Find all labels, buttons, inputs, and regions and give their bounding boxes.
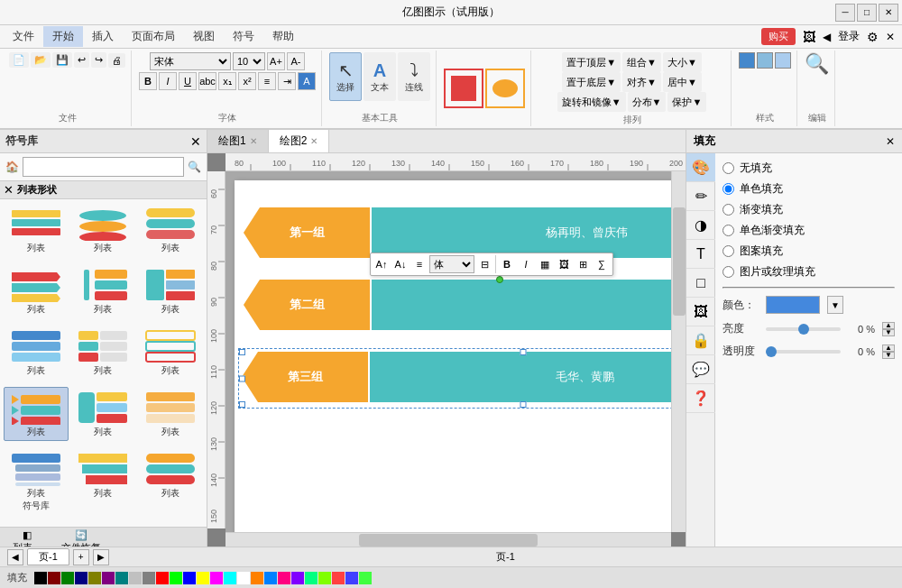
style-swatch-2[interactable] xyxy=(757,52,773,69)
menu-symbol[interactable]: 符号 xyxy=(224,26,263,47)
italic-button[interactable]: I xyxy=(159,72,177,90)
text-img-btn[interactable]: 🖼 xyxy=(555,255,573,273)
palette-color-0000ff[interactable] xyxy=(183,572,196,584)
menu-page-layout[interactable]: 页面布局 xyxy=(123,26,184,47)
text-more-btn[interactable]: ⊟ xyxy=(475,255,493,273)
undo-button[interactable]: ↩ xyxy=(74,52,89,68)
login-button[interactable]: 登录 xyxy=(838,29,860,44)
list-item-13[interactable]: 列表 符号库 xyxy=(4,448,69,515)
palette-color-ff4040[interactable] xyxy=(332,572,345,584)
palette-color-ff0080[interactable] xyxy=(278,572,290,584)
shape-ellipse[interactable] xyxy=(485,69,525,108)
text-icon[interactable]: T xyxy=(686,240,715,269)
back-icon[interactable]: ◀ xyxy=(823,31,831,43)
scrollbar-h-thumb[interactable] xyxy=(359,534,538,547)
image-icon[interactable]: 🖼 xyxy=(686,298,715,326)
fill-radio-solid[interactable] xyxy=(723,183,734,195)
indent-button[interactable]: ⇥ xyxy=(278,72,296,90)
superscript-button[interactable]: x² xyxy=(238,72,256,90)
fill-radio-pattern[interactable] xyxy=(723,245,734,257)
palette-color-80ff00[interactable] xyxy=(318,572,331,584)
text-italic-btn[interactable]: I xyxy=(517,255,535,273)
font-size-decrease[interactable]: A- xyxy=(287,52,305,70)
palette-color-c0c0c0[interactable] xyxy=(129,572,142,584)
canvas-scroll[interactable]: 第一组 杨再明、曾庆伟 第二组 xyxy=(226,171,671,532)
list-item-8[interactable]: 列表 xyxy=(70,326,135,380)
page-tab-1[interactable]: 页-1 xyxy=(27,548,69,565)
tab-drawing1-close[interactable]: ✕ xyxy=(250,136,257,146)
palette-color-00ffff[interactable] xyxy=(224,572,236,584)
palette-color-00ff80[interactable] xyxy=(305,572,318,584)
list-item-5[interactable]: 列表 xyxy=(70,264,135,318)
size-button[interactable]: 大小▼ xyxy=(663,52,702,72)
list-item-2[interactable]: 列表 xyxy=(70,203,135,257)
fill-brightness-thumb[interactable] xyxy=(798,324,809,335)
shape-group-3[interactable]: 第三组 毛华、黄鹏 xyxy=(242,352,671,405)
handle-bl[interactable] xyxy=(239,401,245,408)
text-align-btn[interactable]: ≡ xyxy=(410,255,428,273)
close-icon[interactable]: ✕ xyxy=(886,31,895,43)
fill-brightness-slider[interactable] xyxy=(766,327,841,331)
menu-insert[interactable]: 插入 xyxy=(83,26,123,47)
fill-button[interactable]: A xyxy=(298,72,316,90)
shape-icon[interactable]: □ xyxy=(686,269,715,298)
palette-color-ffff00[interactable] xyxy=(197,572,209,584)
palette-color-008000[interactable] xyxy=(61,572,74,584)
fill-panel-close[interactable]: ✕ xyxy=(886,135,895,148)
distribute-button[interactable]: 分布▼ xyxy=(628,92,667,112)
palette-color-40ff40[interactable] xyxy=(359,572,372,584)
text-formula-btn[interactable]: ∑ xyxy=(593,255,611,273)
fill-transparency-slider[interactable] xyxy=(766,350,841,354)
text-font-select[interactable]: 体 xyxy=(429,255,474,273)
maximize-button[interactable]: □ xyxy=(857,4,877,22)
handle-tc[interactable] xyxy=(520,349,527,355)
palette-color-ffffff[interactable] xyxy=(237,572,250,584)
list-item-11[interactable]: 列表 xyxy=(70,387,135,441)
help-icon[interactable]: ❓ xyxy=(686,384,715,413)
list-item-9[interactable]: 列表 xyxy=(138,326,203,380)
fill-option-solid-gradient[interactable]: 单色渐变填充 xyxy=(723,223,895,238)
palette-color-ff8000[interactable] xyxy=(251,572,263,584)
print-button[interactable]: 🖨 xyxy=(108,53,125,68)
fill-option-pattern[interactable]: 图案填充 xyxy=(723,243,895,259)
shape-rect[interactable] xyxy=(444,69,483,108)
menu-view[interactable]: 视图 xyxy=(184,26,224,47)
fill-transparency-down[interactable]: ▼ xyxy=(882,352,895,359)
palette-color-808080[interactable] xyxy=(143,572,155,584)
font-size-increase[interactable]: A+ xyxy=(267,52,285,70)
text-decrease-btn[interactable]: A↓ xyxy=(391,255,410,273)
bring-to-front-button[interactable]: 置于顶层▼ xyxy=(562,52,621,72)
share-icon[interactable]: 🖼 xyxy=(803,30,815,44)
protect-panel-icon[interactable]: 🔒 xyxy=(686,326,715,355)
fill-icon[interactable]: 🎨 xyxy=(686,153,715,182)
menu-start[interactable]: 开始 xyxy=(43,26,83,47)
scrollbar-horizontal[interactable] xyxy=(226,532,671,547)
palette-color-000000[interactable] xyxy=(34,572,47,584)
send-to-back-button[interactable]: 置于底层▼ xyxy=(562,72,621,92)
palette-color-00ff00[interactable] xyxy=(170,572,182,584)
scrollbar-vertical[interactable] xyxy=(671,171,686,532)
center-button[interactable]: 居中▼ xyxy=(663,72,702,92)
fill-radio-none[interactable] xyxy=(723,162,734,174)
bold-button[interactable]: B xyxy=(139,72,157,90)
handle-tl[interactable] xyxy=(239,349,245,355)
strikethrough-button[interactable]: abc xyxy=(198,72,216,90)
close-button[interactable]: ✕ xyxy=(879,4,898,22)
underline-button[interactable]: U xyxy=(179,72,197,90)
find-icon[interactable]: 🔍 xyxy=(805,52,829,76)
open-button[interactable]: 📂 xyxy=(31,52,51,68)
search-input[interactable] xyxy=(23,157,184,177)
home-icon[interactable]: 🏠 xyxy=(5,161,19,173)
sidebar-tab-restore[interactable]: 🔄 文件恢复 xyxy=(54,528,108,547)
palette-color-000080[interactable] xyxy=(75,572,87,584)
handle-ml[interactable] xyxy=(239,375,245,381)
palette-color-ff00ff[interactable] xyxy=(210,572,223,584)
group-button[interactable]: 组合▼ xyxy=(622,52,661,72)
connect-tool-button[interactable]: ⤵ 连线 xyxy=(398,52,430,101)
next-page-button[interactable]: ▶ xyxy=(93,549,109,565)
list-item-1[interactable]: 列表 xyxy=(4,203,69,257)
palette-color-808000[interactable] xyxy=(88,572,101,584)
category-close-button[interactable]: ✕ xyxy=(4,183,14,197)
palette-color-8000ff[interactable] xyxy=(291,572,304,584)
sidebar-tab-shapes[interactable]: ◧ 列表符号库 xyxy=(0,528,54,547)
